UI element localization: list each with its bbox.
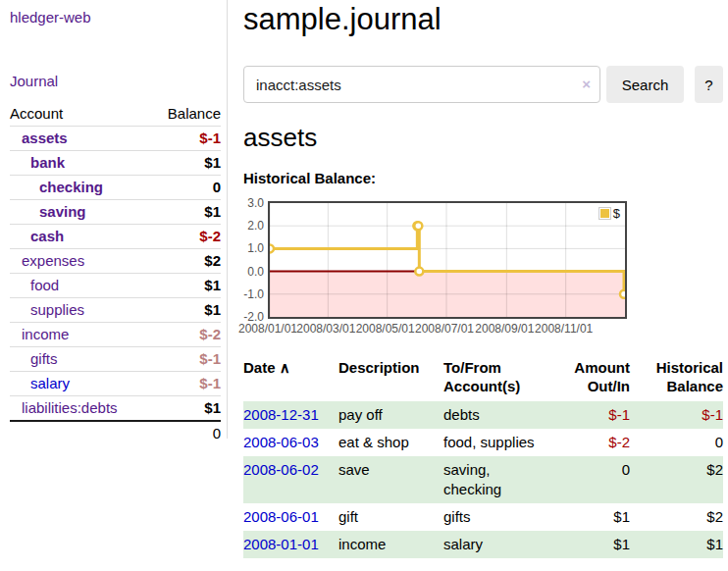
register-row: 2008-12-31 pay off debts $-1 $-1	[243, 401, 723, 429]
account-balance: $-1	[151, 347, 221, 372]
historical-balance-chart: 3.02.01.00.0-1.0-2.0 $ 2008/01/012008/03…	[243, 201, 655, 338]
transaction-date-link[interactable]: 2008-12-31	[243, 406, 319, 423]
register-table: Date ∧ Description To/FromAccount(s) Amo…	[243, 356, 723, 558]
search-button[interactable]: Search	[606, 66, 684, 103]
accounts-total-value: 0	[151, 421, 221, 445]
transaction-date-link[interactable]: 2008-06-01	[243, 508, 319, 525]
app-title-link[interactable]: hledger-web	[10, 9, 91, 26]
transaction-amount: $-1	[573, 401, 630, 429]
account-row: salary $-1	[10, 372, 221, 396]
transaction-description: gift	[338, 503, 443, 531]
x-axis-tick-label: 2008/09/01	[475, 322, 534, 336]
account-link-saving[interactable]: saving	[39, 203, 86, 220]
chart-plot-area: $	[268, 201, 627, 319]
transaction-amount: $1	[573, 503, 630, 531]
transaction-balance: $1	[630, 531, 723, 558]
account-link-checking[interactable]: checking	[39, 179, 103, 195]
transaction-date-link[interactable]: 2008-01-01	[243, 536, 319, 552]
transaction-date-link[interactable]: 2008-06-03	[243, 434, 319, 450]
register-header-row: Date ∧ Description To/FromAccount(s) Amo…	[243, 356, 723, 401]
description-column-header: Description	[338, 356, 443, 401]
date-column-header[interactable]: Date ∧	[243, 356, 338, 401]
account-row: checking 0	[10, 176, 221, 200]
account-row: liabilities:debts $1	[10, 396, 221, 422]
x-axis-tick-label: 2008/05/01	[356, 322, 415, 336]
account-link-supplies[interactable]: supplies	[30, 301, 84, 318]
legend-label: $	[613, 207, 620, 220]
account-row: cash $-2	[10, 225, 221, 249]
account-balance: $2	[151, 249, 221, 274]
register-row: 2008-06-01 gift gifts $1 $2	[243, 503, 723, 531]
legend-swatch-icon	[598, 207, 611, 220]
sidebar: hledger-web Journal Account Balance asse…	[0, 0, 228, 439]
account-balance: $1	[151, 200, 221, 225]
transaction-amount: 0	[573, 456, 630, 503]
accounts-column-header: To/FromAccount(s)	[443, 356, 573, 401]
y-axis-tick-label: 3.0	[247, 197, 264, 210]
y-axis-tick-label: -1.0	[243, 288, 264, 301]
account-link-cash[interactable]: cash	[30, 228, 64, 244]
account-balance: $1	[151, 274, 221, 298]
y-axis-tick-label: 0.0	[247, 266, 264, 279]
transaction-description: income	[338, 531, 443, 558]
account-row: gifts $-1	[10, 347, 221, 372]
account-link-gifts[interactable]: gifts	[30, 350, 58, 367]
y-axis-tick-label: 2.0	[247, 220, 264, 233]
accounts-total-row: 0	[10, 421, 221, 445]
balance-column-header: HistoricalBalance	[630, 356, 723, 401]
transaction-balance: $2	[630, 503, 723, 531]
register-row: 2008-06-03 eat & shop food, supplies $-2…	[243, 429, 723, 456]
transaction-amount: $1	[573, 531, 630, 558]
account-balance: $-2	[151, 225, 221, 249]
x-axis-tick-label: 2008/11/01	[535, 322, 593, 336]
transaction-balance: $2	[630, 456, 723, 503]
transaction-balance: $-1	[630, 401, 723, 429]
accounts-table-header: Account Balance	[10, 102, 221, 127]
account-link-expenses[interactable]: expenses	[22, 252, 84, 269]
transaction-description: eat & shop	[338, 429, 443, 456]
chart-x-axis: 2008/01/012008/03/012008/05/012008/07/01…	[268, 322, 623, 337]
register-row: 2008-06-02 save saving, checking 0 $2	[243, 456, 723, 503]
transaction-accounts: debts	[443, 401, 573, 429]
account-row: income $-2	[10, 323, 221, 347]
search-form: × Search ?	[243, 66, 723, 103]
account-link-salary[interactable]: salary	[30, 375, 70, 391]
balance-column-header: Balance	[151, 102, 221, 127]
y-axis-tick-label: 1.0	[247, 242, 264, 255]
date-header-label: Date	[243, 359, 276, 376]
transaction-description: save	[338, 456, 443, 503]
chart-legend: $	[597, 206, 622, 221]
transaction-accounts: gifts	[443, 503, 573, 531]
sidebar-item-journal[interactable]: Journal	[10, 73, 58, 89]
account-link-assets[interactable]: assets	[22, 130, 68, 146]
transaction-balance: 0	[630, 429, 723, 456]
account-link-income[interactable]: income	[22, 326, 69, 342]
transaction-description: pay off	[338, 401, 443, 429]
transaction-amount: $-2	[573, 429, 630, 456]
x-axis-tick-label: 2008/07/01	[415, 322, 474, 336]
account-row: expenses $2	[10, 249, 221, 274]
account-balance: 0	[151, 176, 221, 200]
transaction-date-link[interactable]: 2008-06-02	[243, 461, 319, 478]
search-input[interactable]	[243, 66, 600, 103]
transaction-accounts: salary	[443, 531, 573, 558]
chart-title: Historical Balance:	[243, 170, 376, 186]
clear-search-icon[interactable]: ×	[582, 75, 591, 94]
help-button[interactable]: ?	[695, 66, 723, 103]
account-link-bank[interactable]: bank	[30, 154, 65, 171]
account-balance: $1	[151, 151, 221, 176]
account-row: assets $-1	[10, 127, 221, 151]
account-row: food $1	[10, 274, 221, 298]
x-axis-tick-label: 2008/01/01	[238, 322, 297, 336]
account-heading: assets	[243, 124, 317, 151]
register-row: 2008-01-01 income salary $1 $1	[243, 531, 723, 558]
main-content: sample.journal × Search ? assets Histori…	[243, 0, 723, 571]
account-balance: $1	[151, 396, 221, 422]
x-axis-tick-label: 2008/03/01	[296, 322, 355, 336]
transaction-accounts: food, supplies	[443, 429, 573, 456]
account-link-liabilities-debts[interactable]: liabilities:debts	[22, 399, 118, 416]
page-title: sample.journal	[243, 1, 442, 38]
account-link-food[interactable]: food	[30, 277, 59, 293]
accounts-table: Account Balance assets $-1 bank $1 check…	[10, 102, 221, 445]
account-row: saving $1	[10, 200, 221, 225]
